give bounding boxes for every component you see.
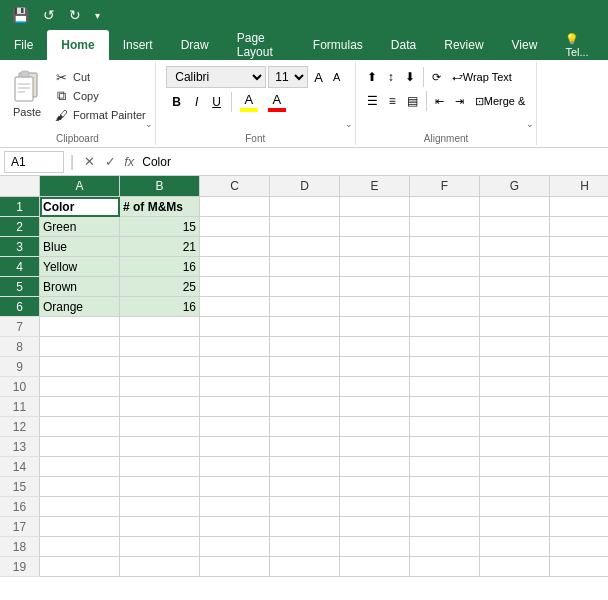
col-header-b[interactable]: B bbox=[120, 176, 200, 196]
list-item[interactable]: 15 bbox=[120, 217, 200, 237]
list-item[interactable] bbox=[550, 297, 608, 317]
list-item[interactable]: Blue bbox=[40, 237, 120, 257]
row-number[interactable]: 12 bbox=[0, 417, 40, 437]
list-item[interactable] bbox=[200, 437, 270, 457]
list-item[interactable] bbox=[410, 217, 480, 237]
list-item[interactable] bbox=[340, 317, 410, 337]
list-item[interactable] bbox=[340, 417, 410, 437]
list-item[interactable] bbox=[40, 537, 120, 557]
list-item[interactable] bbox=[340, 437, 410, 457]
decrease-indent-button[interactable]: ⇤ bbox=[430, 90, 449, 112]
list-item[interactable] bbox=[480, 277, 550, 297]
bold-button[interactable]: B bbox=[166, 91, 187, 113]
list-item[interactable] bbox=[200, 217, 270, 237]
tab-insert[interactable]: Insert bbox=[109, 30, 167, 60]
cut-button[interactable]: ✂ Cut bbox=[50, 68, 149, 86]
list-item[interactable] bbox=[200, 357, 270, 377]
list-item[interactable] bbox=[200, 457, 270, 477]
list-item[interactable] bbox=[550, 217, 608, 237]
list-item[interactable] bbox=[550, 437, 608, 457]
list-item[interactable] bbox=[410, 357, 480, 377]
list-item[interactable] bbox=[480, 477, 550, 497]
list-item[interactable] bbox=[550, 517, 608, 537]
list-item[interactable]: # of M&Ms bbox=[120, 197, 200, 217]
row-number[interactable]: 8 bbox=[0, 337, 40, 357]
list-item[interactable] bbox=[410, 197, 480, 217]
list-item[interactable] bbox=[480, 497, 550, 517]
list-item[interactable] bbox=[550, 457, 608, 477]
list-item[interactable] bbox=[340, 297, 410, 317]
list-item[interactable] bbox=[270, 357, 340, 377]
list-item[interactable] bbox=[200, 297, 270, 317]
list-item[interactable] bbox=[200, 197, 270, 217]
copy-button[interactable]: ⧉ Copy bbox=[50, 87, 149, 105]
row-number[interactable]: 5 bbox=[0, 277, 40, 297]
list-item[interactable] bbox=[550, 477, 608, 497]
list-item[interactable] bbox=[200, 477, 270, 497]
col-header-d[interactable]: D bbox=[270, 176, 340, 196]
list-item[interactable] bbox=[410, 477, 480, 497]
list-item[interactable] bbox=[200, 277, 270, 297]
tab-formulas[interactable]: Formulas bbox=[299, 30, 377, 60]
format-painter-button[interactable]: 🖌 Format Painter bbox=[50, 106, 149, 124]
fill-color-button[interactable]: A bbox=[236, 90, 262, 114]
list-item[interactable] bbox=[120, 557, 200, 577]
list-item[interactable] bbox=[270, 517, 340, 537]
formula-input[interactable] bbox=[138, 153, 604, 171]
list-item[interactable] bbox=[120, 457, 200, 477]
list-item[interactable] bbox=[550, 497, 608, 517]
row-number[interactable]: 4 bbox=[0, 257, 40, 277]
list-item[interactable] bbox=[550, 357, 608, 377]
align-middle-button[interactable]: ↕ bbox=[383, 66, 399, 88]
list-item[interactable] bbox=[480, 317, 550, 337]
row-number[interactable]: 18 bbox=[0, 537, 40, 557]
align-right-button[interactable]: ▤ bbox=[402, 90, 423, 112]
alignment-expand-icon[interactable]: ⌄ bbox=[526, 119, 534, 129]
list-item[interactable] bbox=[480, 517, 550, 537]
list-item[interactable] bbox=[410, 397, 480, 417]
list-item[interactable] bbox=[40, 477, 120, 497]
list-item[interactable]: 25 bbox=[120, 277, 200, 297]
list-item[interactable] bbox=[200, 537, 270, 557]
tab-page-layout[interactable]: Page Layout bbox=[223, 30, 299, 60]
list-item[interactable] bbox=[200, 257, 270, 277]
underline-button[interactable]: U bbox=[206, 91, 227, 113]
list-item[interactable] bbox=[480, 457, 550, 477]
list-item[interactable] bbox=[270, 217, 340, 237]
font-size-select[interactable]: 11 bbox=[268, 66, 308, 88]
row-number[interactable]: 6 bbox=[0, 297, 40, 317]
row-number[interactable]: 17 bbox=[0, 517, 40, 537]
tab-view[interactable]: View bbox=[498, 30, 552, 60]
list-item[interactable] bbox=[550, 337, 608, 357]
font-shrink-button[interactable]: A bbox=[329, 69, 344, 85]
list-item[interactable]: Yellow bbox=[40, 257, 120, 277]
list-item[interactable] bbox=[410, 457, 480, 477]
list-item[interactable] bbox=[410, 237, 480, 257]
list-item[interactable] bbox=[270, 197, 340, 217]
list-item[interactable] bbox=[480, 257, 550, 277]
list-item[interactable] bbox=[40, 417, 120, 437]
col-header-h[interactable]: H bbox=[550, 176, 608, 196]
list-item[interactable] bbox=[40, 357, 120, 377]
list-item[interactable] bbox=[40, 457, 120, 477]
font-color-button[interactable]: A bbox=[264, 90, 290, 114]
list-item[interactable] bbox=[40, 437, 120, 457]
font-name-select[interactable]: Calibri bbox=[166, 66, 266, 88]
list-item[interactable]: Color bbox=[40, 197, 120, 217]
cell-reference-input[interactable] bbox=[4, 151, 64, 173]
list-item[interactable] bbox=[270, 417, 340, 437]
undo-icon[interactable]: ↺ bbox=[39, 5, 59, 25]
list-item[interactable] bbox=[270, 497, 340, 517]
list-item[interactable] bbox=[410, 277, 480, 297]
list-item[interactable] bbox=[340, 377, 410, 397]
list-item[interactable] bbox=[410, 537, 480, 557]
save-icon[interactable]: 💾 bbox=[8, 5, 33, 25]
list-item[interactable] bbox=[200, 517, 270, 537]
list-item[interactable] bbox=[200, 317, 270, 337]
paste-button[interactable]: Paste bbox=[6, 66, 48, 120]
list-item[interactable] bbox=[120, 417, 200, 437]
row-number[interactable]: 2 bbox=[0, 217, 40, 237]
list-item[interactable] bbox=[480, 237, 550, 257]
list-item[interactable] bbox=[120, 357, 200, 377]
list-item[interactable] bbox=[270, 557, 340, 577]
